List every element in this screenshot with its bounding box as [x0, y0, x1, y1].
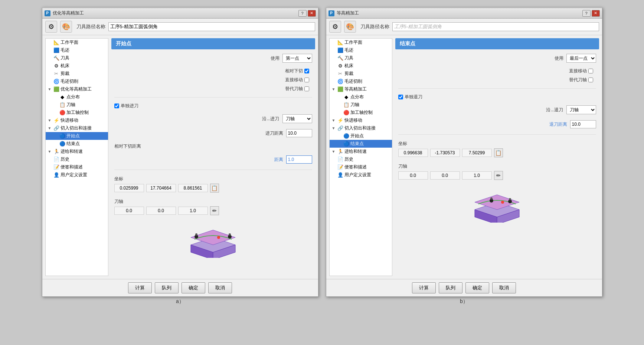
tree-item-axisctrl-b[interactable]: 🔴 加工轴控制 [330, 109, 392, 116]
calc-button-a[interactable]: 计算 [128, 282, 152, 293]
ok-button-a[interactable]: 确定 [182, 282, 205, 293]
tree-item-feed-b[interactable]: ▼ 🏃 进给和转速 [330, 148, 392, 155]
preview-svg-a [183, 223, 243, 258]
tree-item-connect-b[interactable]: ▼ 🔗 切入切出和连接 [330, 124, 392, 132]
axis-z-a: 1.0 [178, 207, 208, 215]
replace-axis-checkbox-b[interactable] [588, 78, 593, 82]
tree-item-blank-b[interactable]: 🟦 毛还 [330, 46, 392, 54]
axis-label-b: 刀轴 [398, 163, 596, 170]
axis-copy-btn-a[interactable]: ✏ [210, 206, 219, 215]
tree-item-custom-b[interactable]: 👤 用户定义设置 [330, 171, 392, 179]
tree-item-axis-b[interactable]: 📋 刀轴 [330, 101, 392, 109]
along-entry-label-a: 沿...进刀 [262, 116, 279, 122]
axis-x-b: 0.0 [398, 171, 428, 180]
tree-item-blankcut-a[interactable]: 🌀 毛还切削 [46, 78, 108, 85]
coord-copy-btn-b[interactable]: 📋 [494, 148, 503, 157]
tree-item-feed-a[interactable]: ▼ 🏃 进给和转速 [46, 148, 108, 155]
tree-item-workplane-a[interactable]: 📐 工作平面 [46, 39, 108, 46]
toolbar-icon2-b[interactable]: 🎨 [344, 21, 356, 33]
path-name-label-b: 刀具路径名称 [360, 23, 389, 30]
along-exit-row-b: 沿...退刀 刀轴 [395, 104, 599, 116]
ok-button-b[interactable]: 确定 [465, 282, 489, 293]
path-name-input-a[interactable] [108, 22, 315, 31]
along-exit-label-b: 沿...退刀 [546, 107, 563, 113]
title-buttons-a: ? ✕ [298, 10, 316, 17]
single-exit-checkbox-b[interactable] [398, 95, 403, 99]
axis-section-b: 刀轴 0.0 0.0 1.0 ✏ [395, 162, 599, 181]
use-select-b[interactable]: 第一点 最后一点 用户定义 [566, 54, 596, 63]
tree-item-clip-a[interactable]: ✂ 剪裁 [46, 70, 108, 78]
bottom-buttons-b: 计算 队列 确定 取消 [326, 279, 602, 296]
path-name-input-b[interactable] [392, 22, 599, 31]
axis-section-a: 刀轴 0.0 0.0 1.0 ✏ [111, 197, 315, 217]
single-exit-label-b: 单独退刀 [405, 94, 422, 100]
cancel-button-b[interactable]: 取消 [492, 282, 516, 293]
tree-item-history-a[interactable]: 📄 历史 [46, 155, 108, 163]
toolbar-icon1-b[interactable]: ⚙ [329, 21, 341, 33]
tree-item-blankcut-b[interactable]: 🌀 毛还切削 [330, 78, 392, 85]
help-button-b[interactable]: ? [582, 10, 591, 17]
tree-item-start-a[interactable]: 🔵 开始点 [46, 132, 108, 140]
replace-axis-row-a: 替代刀轴 [282, 85, 312, 93]
tree-item-clip-b[interactable]: ✂ 剪裁 [330, 70, 392, 78]
relative-cut-row-a: 相对下切 [282, 67, 312, 75]
tree-item-notes-b[interactable]: 📝 便签和描述 [330, 163, 392, 171]
single-entry-checkbox-a[interactable] [114, 104, 119, 108]
toolbar-b: ⚙ 🎨 刀具路径名称 [326, 19, 602, 35]
entry-dist-input-a[interactable] [286, 129, 312, 137]
window-b: P 等高精加工 ? ✕ ⚙ 🎨 刀具路径名称 📐 工作平面 🟦 毛还 [326, 7, 602, 297]
tree-item-rapid-b[interactable]: ▼ ⚡ 快进移动 [330, 116, 392, 124]
coords-section-b: 坐标 0.996638 -1.730573 7.50299 📋 [395, 139, 599, 159]
close-button-b[interactable]: ✕ [592, 10, 600, 17]
axis-copy-btn-b[interactable]: ✏ [494, 171, 503, 180]
close-button-a[interactable]: ✕ [308, 10, 316, 17]
tree-item-main-b[interactable]: ▼ 🟩 等高精加工 [330, 85, 392, 93]
svg-point-13 [501, 201, 504, 204]
replace-axis-checkbox-a[interactable] [304, 86, 309, 91]
caption-b: b） [460, 298, 468, 305]
tree-item-workplane-b[interactable]: 📐 工作平面 [330, 39, 392, 46]
queue-button-a[interactable]: 队列 [155, 282, 179, 293]
toolbar-icon2-a[interactable]: 🎨 [60, 21, 72, 33]
tree-item-points-b[interactable]: ◆ 点分布 [330, 93, 392, 101]
coords-row-a: 0.025999 17.704664 8.861561 📋 [114, 184, 312, 193]
tree-item-axis-a[interactable]: 📋 刀轴 [46, 101, 108, 109]
toolbar-icon1-a[interactable]: ⚙ [45, 21, 57, 33]
along-exit-select-b[interactable]: 刀轴 [566, 105, 596, 114]
coord-x-b: 0.996638 [398, 149, 428, 157]
entry-dist-row-a: 进刀距离 [111, 128, 315, 139]
tree-item-machine-a[interactable]: ⚙ 机床 [46, 62, 108, 70]
direct-move-checkbox-a[interactable] [304, 78, 309, 82]
cancel-button-a[interactable]: 取消 [208, 282, 232, 293]
queue-button-b[interactable]: 队列 [439, 282, 462, 293]
calc-button-b[interactable]: 计算 [412, 282, 436, 293]
tree-item-start-b[interactable]: 🔵 开始点 [330, 132, 392, 140]
use-select-a[interactable]: 第一点 最后一点 用户定义 [282, 54, 312, 63]
direct-move-checkbox-b[interactable] [588, 69, 593, 73]
section-header-a: 开始点 [111, 38, 315, 49]
tree-item-rapid-a[interactable]: ▼ ⚡ 快进移动 [46, 116, 108, 124]
tree-item-notes-a[interactable]: 📝 便签和描述 [46, 163, 108, 171]
tree-item-machine-b[interactable]: ⚙ 机床 [330, 62, 392, 70]
tree-item-blank-a[interactable]: 🟦 毛还 [46, 46, 108, 54]
exit-dist-label-b: 退刀距离 [549, 121, 567, 128]
tree-item-tool-a[interactable]: 🔨 刀具 [46, 54, 108, 62]
tree-item-connect-a[interactable]: ▼ 🔗 切入切出和连接 [46, 124, 108, 132]
tree-item-tool-b[interactable]: 🔨 刀具 [330, 54, 392, 62]
tree-item-axisctrl-a[interactable]: 🔴 加工轴控制 [46, 109, 108, 116]
tree-item-custom-a[interactable]: 👤 用户定义设置 [46, 171, 108, 179]
coord-y-a: 17.704664 [146, 184, 176, 192]
tree-item-main-a[interactable]: ▼ 🟩 优化等高精加工 [46, 85, 108, 93]
exit-dist-input-b[interactable] [570, 120, 596, 128]
tree-item-points-a[interactable]: ◆ 点分布 [46, 93, 108, 101]
along-entry-select-a[interactable]: 刀轴 [282, 114, 312, 123]
tree-item-end-b[interactable]: 🔵 结束点 [330, 140, 392, 148]
relative-cut-checkbox-a[interactable] [304, 69, 309, 73]
tree-item-history-b[interactable]: 📄 历史 [330, 155, 392, 163]
svg-point-17 [509, 198, 511, 200]
help-button-a[interactable]: ? [298, 10, 307, 17]
tree-item-end-a[interactable]: 🔵 结束点 [46, 140, 108, 148]
dist-row-a: 距离 [111, 154, 315, 165]
dist-input-a[interactable] [286, 155, 312, 164]
coord-copy-btn-a[interactable]: 📋 [210, 184, 219, 193]
